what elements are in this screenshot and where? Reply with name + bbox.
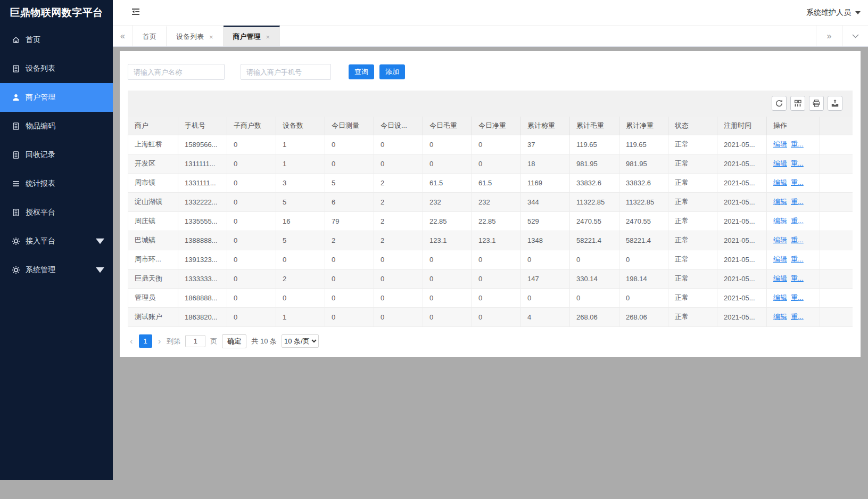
tab-home[interactable]: 首页 bbox=[133, 26, 167, 46]
prev-page-button[interactable]: ‹ bbox=[129, 337, 134, 346]
table-cell: 2021-05... bbox=[717, 231, 767, 250]
sidebar-item-statistics-report[interactable]: 统计报表 bbox=[0, 169, 113, 198]
table-cell: 0 bbox=[276, 250, 325, 269]
row-action-link[interactable]: 编辑 bbox=[773, 236, 787, 244]
tabs-scroll-left-button[interactable]: « bbox=[113, 26, 133, 46]
merchant-name-input[interactable] bbox=[128, 64, 225, 80]
table-cell: 11322.85 bbox=[570, 192, 619, 211]
tab-device-list[interactable]: 设备列表× bbox=[167, 26, 224, 46]
row-action-link[interactable]: 编辑 bbox=[773, 159, 787, 167]
table-cell: 0 bbox=[619, 250, 668, 269]
goto-label: 到第 bbox=[167, 337, 180, 346]
table-cell: 2 bbox=[276, 269, 325, 288]
sidebar-item-home[interactable]: 首页 bbox=[0, 26, 113, 54]
merchant-panel: 查询 添加 商户手机号子商户数设备数今日测量今日设...今日毛重今日净重累计称重… bbox=[120, 51, 861, 357]
columns-button[interactable] bbox=[790, 96, 805, 111]
table-cell: 0 bbox=[227, 192, 276, 211]
row-action-link[interactable]: 编辑 bbox=[773, 217, 787, 225]
row-action-link[interactable]: 重... bbox=[791, 293, 804, 301]
merchant-phone-input[interactable] bbox=[241, 64, 331, 80]
table-cell: 2021-05... bbox=[717, 135, 767, 154]
goto-page-input[interactable] bbox=[185, 335, 205, 347]
table-cell: 0 bbox=[227, 135, 276, 154]
sidebar-item-label: 授权平台 bbox=[26, 208, 55, 217]
table-cell: 0 bbox=[423, 135, 472, 154]
user-icon bbox=[12, 93, 20, 102]
table-cell: 1169 bbox=[521, 173, 570, 192]
table-cell: 正常 bbox=[668, 288, 717, 307]
sidebar-item-merchant-management[interactable]: 商户管理 bbox=[0, 83, 113, 112]
page-1-button[interactable]: 1 bbox=[139, 334, 152, 348]
table-cell: 981.95 bbox=[570, 154, 619, 173]
app-root: 巨鼎物联网数字平台 首页设备列表商户管理物品编码回收记录统计报表授权平台接入平台… bbox=[0, 0, 868, 480]
document-icon bbox=[12, 208, 20, 217]
sidebar-item-device-list[interactable]: 设备列表 bbox=[0, 54, 113, 83]
user-menu[interactable]: 系统维护人员 bbox=[806, 8, 861, 18]
sidebar-item-authorized-platform[interactable]: 授权平台 bbox=[0, 198, 113, 227]
table-cell: 123.1 bbox=[472, 231, 521, 250]
table-cell: 0 bbox=[374, 154, 423, 173]
row-action-link[interactable]: 重... bbox=[791, 255, 804, 263]
page-size-select[interactable]: 10 条/页 bbox=[282, 334, 319, 348]
row-actions: 编辑重... bbox=[767, 307, 820, 326]
table-cell: 0 bbox=[325, 154, 374, 173]
table-cell: 正常 bbox=[668, 269, 717, 288]
row-action-link[interactable]: 重... bbox=[791, 159, 804, 167]
row-action-link[interactable]: 编辑 bbox=[773, 255, 787, 263]
tab-label: 首页 bbox=[143, 32, 156, 42]
row-actions: 编辑重... bbox=[767, 192, 820, 211]
table-cell: 0 bbox=[227, 250, 276, 269]
tab-merchant-management[interactable]: 商户管理× bbox=[224, 26, 280, 46]
add-button[interactable]: 添加 bbox=[379, 64, 405, 79]
row-action-link[interactable]: 编辑 bbox=[773, 293, 787, 301]
table-cell: 巨鼎天衡 bbox=[128, 269, 178, 288]
export-button[interactable] bbox=[828, 96, 842, 111]
row-action-link[interactable]: 重... bbox=[791, 198, 804, 206]
row-action-link[interactable]: 编辑 bbox=[773, 274, 787, 282]
sidebar-item-system-management[interactable]: 系统管理 bbox=[0, 256, 113, 284]
row-action-link[interactable]: 重... bbox=[791, 313, 804, 321]
filler-cell bbox=[820, 231, 853, 250]
close-tab-icon[interactable]: × bbox=[209, 33, 213, 41]
table-cell: 0 bbox=[472, 269, 521, 288]
table-cell: 0 bbox=[619, 288, 668, 307]
close-tab-icon[interactable]: × bbox=[266, 33, 270, 41]
document-icon bbox=[12, 64, 20, 73]
table-cell: 2 bbox=[374, 231, 423, 250]
tabs-menu-button[interactable] bbox=[842, 26, 868, 46]
table-cell: 2021-05... bbox=[717, 288, 767, 307]
table-cell: 58221.4 bbox=[619, 231, 668, 250]
filler-cell bbox=[820, 250, 853, 269]
print-button[interactable] bbox=[809, 96, 824, 111]
table-cell: 1 bbox=[276, 307, 325, 326]
tabs-scroll-right-button[interactable]: » bbox=[816, 26, 842, 46]
sidebar-item-recycle-records[interactable]: 回收记录 bbox=[0, 141, 113, 169]
row-action-link[interactable]: 编辑 bbox=[773, 198, 787, 206]
row-action-link[interactable]: 重... bbox=[791, 140, 804, 148]
row-action-link[interactable]: 重... bbox=[791, 217, 804, 225]
refresh-button[interactable] bbox=[772, 96, 787, 111]
next-page-button[interactable]: › bbox=[157, 337, 162, 346]
sidebar-item-label: 接入平台 bbox=[26, 236, 55, 246]
confirm-button[interactable]: 确定 bbox=[222, 334, 246, 348]
row-action-link[interactable]: 重... bbox=[791, 236, 804, 244]
sidebar-item-item-code[interactable]: 物品编码 bbox=[0, 112, 113, 141]
sidebar-collapse-button[interactable] bbox=[129, 6, 143, 19]
row-action-link[interactable]: 编辑 bbox=[773, 178, 787, 186]
row-action-link[interactable]: 重... bbox=[791, 178, 804, 186]
row-action-link[interactable]: 编辑 bbox=[773, 140, 787, 148]
sidebar-item-label: 商户管理 bbox=[26, 93, 55, 102]
table-cell: 0 bbox=[227, 154, 276, 173]
table-cell: 33832.6 bbox=[619, 173, 668, 192]
row-action-link[interactable]: 编辑 bbox=[773, 313, 787, 321]
column-header: 今日设... bbox=[374, 117, 423, 135]
table-row: 巨鼎天衡1333333...020000147330.14198.14正常202… bbox=[128, 269, 853, 288]
query-button[interactable]: 查询 bbox=[349, 64, 374, 79]
table-cell: 0 bbox=[423, 154, 472, 173]
search-buttons: 查询 添加 bbox=[349, 64, 405, 79]
column-header: 注册时间 bbox=[717, 117, 767, 135]
table-cell: 119.65 bbox=[619, 135, 668, 154]
table-cell: 0 bbox=[374, 288, 423, 307]
sidebar-item-access-platform[interactable]: 接入平台 bbox=[0, 227, 113, 256]
row-action-link[interactable]: 重... bbox=[791, 274, 804, 282]
